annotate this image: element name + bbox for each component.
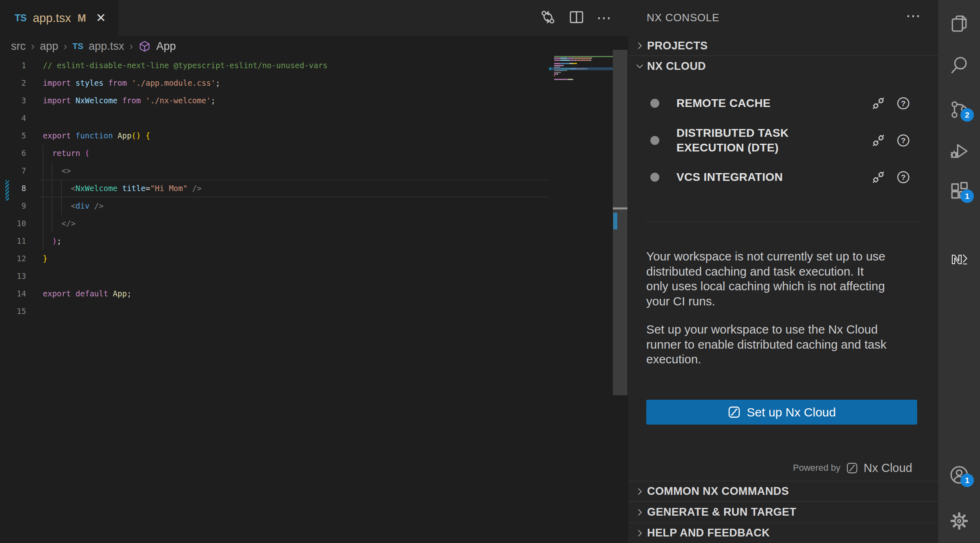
minimap-line: [560, 58, 567, 59]
breadcrumb-file[interactable]: app.tsx: [89, 40, 124, 53]
powered-by-row: Powered by Nx Cloud: [793, 459, 912, 477]
line-number[interactable]: 7: [0, 162, 26, 180]
code-line[interactable]: }: [43, 250, 328, 267]
minimap-line: [575, 63, 577, 64]
symbol-class-icon: [138, 40, 151, 53]
line-number[interactable]: 11: [0, 232, 26, 250]
section-common-nx-commands[interactable]: COMMON NX COMMANDS: [628, 481, 938, 501]
feature-label: DISTRIBUTED TASK EXECUTION (DTE): [676, 126, 789, 155]
breadcrumb-symbol[interactable]: App: [156, 40, 176, 53]
section-projects[interactable]: PROJECTS: [628, 36, 938, 56]
connect-icon[interactable]: [871, 133, 886, 148]
minimap-line: [560, 60, 570, 61]
open-changes-icon[interactable]: [539, 9, 557, 27]
code-line[interactable]: <>: [43, 162, 328, 180]
section-label: NX CLOUD: [647, 60, 706, 73]
minimap-modified-marker: [549, 67, 551, 70]
activity-run-and-debug[interactable]: [949, 141, 969, 161]
nx-cloud-feature-row: REMOTE CACHE?: [628, 94, 938, 113]
code-line[interactable]: [43, 109, 328, 127]
code-editor[interactable]: // eslint-disable-next-line @typescript-…: [43, 57, 328, 320]
activity-accounts[interactable]: 1: [949, 465, 969, 485]
line-number[interactable]: 3: [0, 92, 26, 109]
help-icon[interactable]: ?: [896, 133, 911, 148]
line-number[interactable]: 12: [0, 250, 26, 267]
more-actions-icon[interactable]: ⋯: [596, 9, 612, 27]
section-label: COMMON NX COMMANDS: [647, 485, 789, 498]
line-number[interactable]: 4: [0, 109, 26, 127]
code-line[interactable]: import styles from './app.module.css';: [43, 74, 328, 92]
tab-app-tsx[interactable]: TS app.tsx M ✕: [0, 0, 118, 36]
nx-cloud-brand-label: Nx Cloud: [864, 461, 912, 475]
section-generate-run-target[interactable]: GENERATE & RUN TARGET: [628, 501, 938, 523]
code-line[interactable]: </>: [43, 215, 328, 232]
status-bullet-icon: [650, 173, 659, 182]
code-line[interactable]: );: [43, 232, 328, 250]
modified-badge: M: [78, 12, 86, 24]
activity-nx-console[interactable]: [949, 249, 969, 269]
editor-toolbar: ⋯: [539, 0, 612, 36]
line-number[interactable]: 15: [0, 303, 26, 320]
breadcrumb-src[interactable]: src: [11, 40, 26, 53]
svg-text:?: ?: [901, 173, 905, 182]
activity-search[interactable]: [949, 55, 969, 76]
activity-source-control[interactable]: 2: [949, 99, 969, 120]
minimap-line: [554, 63, 560, 64]
minimap-line: [554, 58, 560, 59]
line-number[interactable]: 13: [0, 267, 26, 285]
minimap-line: [573, 58, 591, 59]
connect-icon[interactable]: [871, 169, 886, 185]
panel-more-actions-icon[interactable]: ⋯: [906, 7, 920, 24]
overview-ruler-modified: [613, 213, 617, 229]
line-number[interactable]: 8: [0, 180, 26, 197]
minimap-line: [554, 65, 562, 66]
status-bullet-icon: [650, 136, 659, 145]
nx-cloud-feature-row: VCS INTEGRATION?: [628, 168, 938, 186]
svg-text:?: ?: [901, 136, 905, 145]
search-icon: [949, 70, 969, 77]
minimap-line: [561, 79, 568, 80]
feature-label: VCS INTEGRATION: [676, 170, 783, 185]
code-line[interactable]: export default App;: [43, 285, 328, 303]
breadcrumb-app[interactable]: app: [40, 40, 58, 53]
split-editor-icon[interactable]: [568, 9, 585, 27]
line-number[interactable]: 10: [0, 215, 26, 232]
line-number[interactable]: 14: [0, 285, 26, 303]
line-number-gutter[interactable]: 123456789101112131415: [0, 57, 26, 320]
line-number[interactable]: 1: [0, 57, 26, 74]
connect-icon[interactable]: [871, 96, 886, 111]
line-number[interactable]: 9: [0, 197, 26, 215]
section-help-and-feedback[interactable]: HELP AND FEEDBACK: [628, 523, 938, 543]
minimap-line: [572, 79, 573, 80]
activity-settings[interactable]: [949, 511, 969, 531]
help-icon[interactable]: ?: [896, 96, 911, 111]
code-line[interactable]: return (: [43, 145, 328, 162]
line-number[interactable]: 6: [0, 145, 26, 162]
code-line[interactable]: [43, 303, 328, 320]
setup-nx-cloud-button[interactable]: Set up Nx Cloud: [646, 400, 917, 425]
code-line[interactable]: <div />: [43, 197, 328, 215]
code-line[interactable]: // eslint-disable-next-line @typescript-…: [43, 57, 328, 74]
minimap-line: [591, 58, 592, 59]
code-line[interactable]: <NxWelcome title="Hi Mom" />: [43, 180, 328, 197]
section-nx-cloud[interactable]: NX CLOUD: [628, 56, 938, 76]
section-label: PROJECTS: [647, 40, 708, 52]
line-number[interactable]: 5: [0, 127, 26, 145]
debug-icon: [949, 156, 969, 162]
chevron-right-icon: [635, 41, 645, 51]
activity-explorer[interactable]: [949, 13, 969, 34]
gear-icon: [949, 525, 969, 532]
code-line[interactable]: [43, 267, 328, 285]
chevron-down-icon: [635, 61, 645, 71]
minimap-line: [568, 79, 572, 80]
help-icon[interactable]: ?: [896, 170, 911, 185]
minimap-line: [554, 60, 560, 61]
nx-cloud-feature-row: DISTRIBUTED TASK EXECUTION (DTE)?: [628, 123, 938, 158]
close-tab-icon[interactable]: ✕: [96, 12, 106, 24]
line-number[interactable]: 2: [0, 74, 26, 92]
code-line[interactable]: import NxWelcome from './nx-welcome';: [43, 92, 328, 109]
code-line[interactable]: export function App() {: [43, 127, 328, 145]
activity-extensions[interactable]: 1: [949, 180, 969, 201]
badge-count: 2: [960, 108, 974, 122]
svg-text:?: ?: [901, 99, 905, 108]
